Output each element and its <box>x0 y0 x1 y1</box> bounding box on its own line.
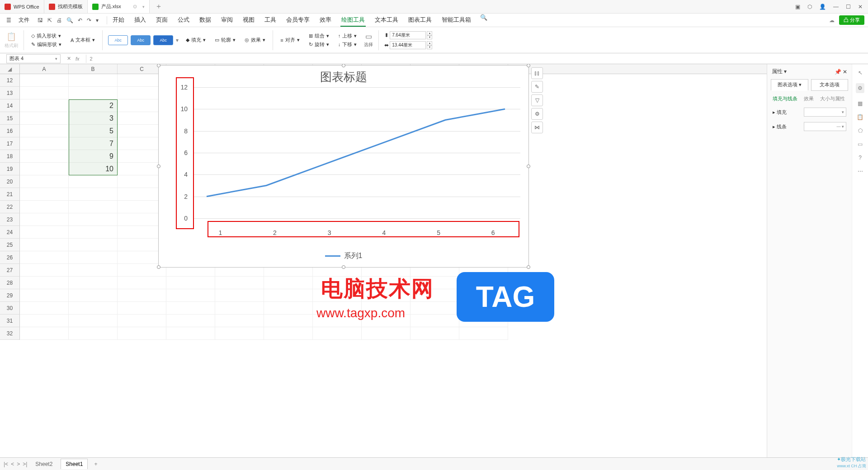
cell[interactable] <box>20 175 69 188</box>
shape-style-1[interactable]: Abc <box>108 35 128 45</box>
menu-efficiency[interactable]: 效率 <box>319 14 332 27</box>
height-input[interactable]: 7.64厘米 <box>390 31 426 39</box>
cell[interactable] <box>166 315 215 327</box>
menu-insert[interactable]: 插入 <box>133 14 147 27</box>
cell[interactable]: 5 <box>69 125 118 137</box>
sheet-next[interactable]: > <box>17 461 20 467</box>
sheet-first[interactable]: |< <box>4 461 8 467</box>
cell[interactable] <box>69 213 118 226</box>
cell[interactable] <box>20 74 69 87</box>
avatar-icon[interactable]: 👤 <box>819 4 826 10</box>
shape-style-2[interactable]: Abc <box>131 35 151 45</box>
hamburger-icon[interactable]: ☰ <box>4 17 14 24</box>
cell[interactable] <box>20 277 69 289</box>
cell[interactable] <box>20 327 69 340</box>
layout-tool-icon[interactable]: ▦ <box>858 100 863 107</box>
tab-text-options[interactable]: 文本选项 <box>811 79 849 91</box>
settings-tool-icon[interactable]: ⚙ <box>856 83 864 93</box>
layout-icon[interactable]: ▣ <box>795 4 800 10</box>
cell[interactable] <box>215 277 264 289</box>
row-header[interactable]: 18 <box>0 150 20 163</box>
cell[interactable] <box>20 289 69 302</box>
cell[interactable]: 3 <box>69 112 118 125</box>
chart-more-icon[interactable]: ⋈ <box>531 122 543 133</box>
cell[interactable] <box>69 74 118 87</box>
cell[interactable]: 7 <box>69 137 118 150</box>
cell[interactable] <box>20 264 69 277</box>
row-header[interactable]: 13 <box>0 87 20 99</box>
col-header[interactable]: B <box>69 64 118 74</box>
cell[interactable] <box>20 99 69 112</box>
cell[interactable] <box>166 327 215 340</box>
row-header[interactable]: 14 <box>0 99 20 112</box>
chart-object[interactable]: 图表标题 024681012 123456 系列1 ⫿⫿ ✎ ▽ ⚙ ⋈ <box>158 65 529 268</box>
app-tab-template[interactable]: 找稻壳模板 <box>44 0 88 13</box>
menu-text-tools[interactable]: 文本工具 <box>374 14 399 27</box>
menu-view[interactable]: 视图 <box>242 14 255 27</box>
cell[interactable] <box>118 277 166 289</box>
cell[interactable] <box>313 327 362 340</box>
cube-icon[interactable]: ⬡ <box>807 4 812 10</box>
cell[interactable] <box>20 251 69 264</box>
row-header[interactable]: 21 <box>0 188 20 201</box>
row-header[interactable]: 24 <box>0 226 20 239</box>
cloud-icon[interactable]: ☁ <box>829 17 835 24</box>
sheet-prev[interactable]: < <box>11 461 14 467</box>
cell[interactable] <box>20 112 69 125</box>
row-header[interactable]: 26 <box>0 251 20 264</box>
cell[interactable] <box>459 327 508 340</box>
cell[interactable] <box>20 137 69 150</box>
sheet-tab[interactable]: Sheet2 <box>31 459 57 469</box>
pin-icon[interactable]: 📌 <box>835 69 841 75</box>
cell[interactable] <box>166 289 215 302</box>
tab-chart-options[interactable]: 图表选项 ▾ <box>771 79 808 91</box>
row-header[interactable]: 32 <box>0 327 20 340</box>
height-down[interactable]: ▾ <box>427 35 432 39</box>
cell[interactable] <box>20 188 69 201</box>
cell[interactable] <box>69 302 118 315</box>
row-header[interactable]: 30 <box>0 302 20 315</box>
cell[interactable] <box>118 315 166 327</box>
more-icon[interactable]: ▾ <box>96 17 99 24</box>
cell[interactable] <box>166 277 215 289</box>
cell[interactable] <box>69 87 118 99</box>
formula-input[interactable]: 2 <box>86 56 868 61</box>
line-combo[interactable]: — ▾ <box>804 122 846 131</box>
undo-icon[interactable]: ↶ <box>78 17 82 24</box>
effects-button[interactable]: ◎效果▾ <box>243 36 267 44</box>
menu-smart-toolbox[interactable]: 智能工具箱 <box>441 14 472 27</box>
menu-draw-tools[interactable]: 绘图工具 <box>340 14 366 27</box>
cell[interactable] <box>215 327 264 340</box>
cell[interactable] <box>118 302 166 315</box>
row-header[interactable]: 29 <box>0 289 20 302</box>
cell[interactable] <box>20 315 69 327</box>
shapes-tool-icon[interactable]: ⬠ <box>858 127 863 134</box>
cell[interactable] <box>69 327 118 340</box>
rotate-button[interactable]: ↻旋转▾ <box>307 41 331 48</box>
width-input[interactable]: 13.44厘米 <box>390 41 426 49</box>
cell[interactable]: 2 <box>69 99 118 112</box>
cell[interactable]: 10 <box>69 163 118 175</box>
cell[interactable] <box>215 289 264 302</box>
sheet-tab[interactable]: Sheet1 <box>61 459 88 469</box>
menu-page[interactable]: 页面 <box>155 14 169 27</box>
cell[interactable] <box>264 327 313 340</box>
menu-member[interactable]: 会员专享 <box>285 14 311 27</box>
subtab-effect[interactable]: 效果 <box>804 95 814 102</box>
file-menu[interactable]: 文件 <box>16 16 32 24</box>
chart-filter-icon[interactable]: ▽ <box>531 94 543 106</box>
outline-button[interactable]: ▭轮廓▾ <box>213 36 237 44</box>
cell[interactable] <box>118 327 166 340</box>
row-header[interactable]: 31 <box>0 315 20 327</box>
add-tab-button[interactable]: ＋ <box>150 2 168 11</box>
row-header[interactable]: 16 <box>0 125 20 137</box>
menu-chart-tools[interactable]: 图表工具 <box>407 14 433 27</box>
cell[interactable] <box>69 188 118 201</box>
row-header[interactable]: 15 <box>0 112 20 125</box>
cell[interactable] <box>215 315 264 327</box>
save-icon[interactable]: 🖫 <box>38 17 43 24</box>
close-button[interactable]: ✕ <box>858 4 863 10</box>
row-header[interactable]: 25 <box>0 239 20 251</box>
cell[interactable] <box>20 239 69 251</box>
cell[interactable] <box>69 277 118 289</box>
